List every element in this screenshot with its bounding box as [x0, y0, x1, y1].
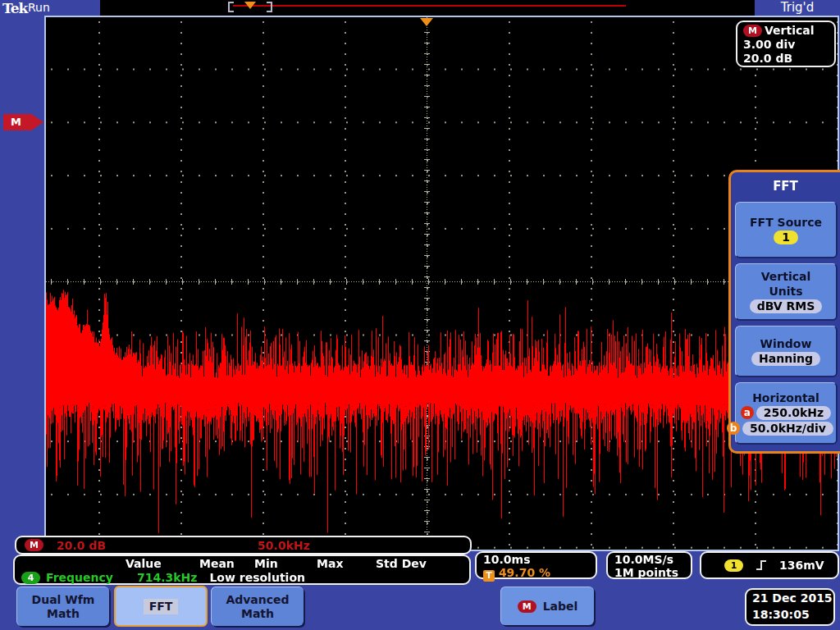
trigger-status: Trig'd	[755, 0, 840, 16]
window-button[interactable]: Window Hanning	[735, 326, 838, 377]
fft-tab-label: FFT	[144, 599, 179, 614]
sample-rate: 10.0MS/s	[614, 553, 691, 566]
waveform-display	[44, 16, 839, 551]
measurement-name: Frequency	[46, 571, 113, 584]
horizontal-readout: 10.0ms T 49.70 %	[475, 551, 597, 579]
record-trigger-marker-icon[interactable]	[244, 2, 256, 9]
fft-source-value: 1	[774, 231, 798, 244]
zoom-window-bracket-right[interactable]	[267, 2, 272, 12]
window-value: Hanning	[751, 352, 820, 366]
trigger-source-badge: 1	[724, 559, 743, 572]
datetime-readout: 21 Dec 2015 18:30:05	[745, 588, 835, 626]
horizontal-scale-readout: 10.0ms	[483, 553, 596, 566]
vertical-readout-scale: 20.0 dB	[743, 52, 834, 66]
header-mean: Mean	[199, 557, 235, 570]
fft-tab-button[interactable]: FFT	[114, 586, 208, 627]
vertical-readout-title: Vertical	[765, 24, 815, 38]
tek-logo: Tek	[2, 0, 27, 16]
trigger-position-icon[interactable]	[420, 18, 433, 26]
math-channel-badge-2: M	[25, 539, 43, 551]
fft-source-label: FFT Source	[750, 216, 822, 229]
fft-side-menu: FFT FFT Source 1 Vertical Units dBV RMS …	[728, 170, 840, 454]
knob-a-icon: a	[741, 406, 754, 419]
vertical-readout-div: 3.00 div	[743, 38, 834, 52]
trigger-position-percent: 49.70 %	[499, 566, 550, 579]
zoom-window-bracket-left[interactable]	[228, 2, 234, 12]
window-label: Window	[760, 337, 812, 350]
label-button[interactable]: M Label	[500, 587, 594, 625]
header-value: Value	[126, 557, 162, 570]
date-text: 21 Dec 2015	[752, 590, 833, 606]
math-scale-readout: M 20.0 dB 50.0kHz	[15, 536, 472, 555]
vertical-units-label-2: Units	[769, 285, 802, 298]
measurement-mean: Low resolution	[209, 571, 305, 584]
advanced-math-line1: Advanced	[226, 593, 289, 607]
header-max: Max	[317, 557, 343, 570]
measurement-number-badge: 4	[21, 572, 40, 584]
dual-wfm-line1: Dual Wfm	[32, 593, 95, 607]
acquisition-readout: 10.0MS/s 1M points	[606, 551, 692, 579]
horizontal-button[interactable]: Horizontal a 250.0kHz b 50.0kHz/div	[735, 382, 838, 445]
math-vertical-scale: 20.0 dB	[57, 539, 106, 552]
measurement-value: 714.3kHz	[137, 571, 197, 584]
knob-b-icon: b	[727, 422, 740, 435]
label-button-text: Label	[543, 600, 578, 614]
header-min: Min	[254, 557, 278, 570]
math-horizontal-scale: 50.0kHz	[258, 539, 310, 552]
horizontal-label: Horizontal	[752, 391, 819, 404]
record-view-strip	[100, 0, 755, 16]
fft-trace	[46, 17, 838, 550]
vertical-units-value: dBV RMS	[750, 299, 823, 313]
vertical-units-label-1: Vertical	[761, 270, 811, 283]
math-reference-marker[interactable]: M	[3, 114, 43, 130]
trigger-readout: 1 136mV	[700, 551, 839, 579]
label-channel-badge: M	[518, 600, 536, 613]
advanced-math-line2: Math	[241, 607, 274, 621]
menu-title: FFT	[731, 179, 840, 194]
math-marker-label: M	[11, 116, 21, 128]
measurement-table: Value Mean Min Max Std Dev 4 Frequency 7…	[13, 555, 471, 585]
math-vertical-readout: M Vertical 3.00 div 20.0 dB	[736, 21, 836, 67]
horizontal-scale-value: 50.0kHz/div	[742, 422, 833, 436]
title-bar: Tek Run Trig'd	[0, 0, 840, 16]
vertical-units-button[interactable]: Vertical Units dBV RMS	[735, 263, 838, 321]
time-text: 18:30:05	[752, 606, 833, 623]
measurement-row: 4 Frequency 714.3kHz Low resolution	[21, 571, 305, 584]
trigger-level: 136mV	[779, 559, 824, 572]
fft-source-button[interactable]: FFT Source 1	[735, 202, 838, 258]
horizontal-center-value: 250.0kHz	[756, 406, 831, 420]
rising-edge-icon	[755, 559, 768, 572]
dual-wfm-math-button[interactable]: Dual Wfm Math	[16, 587, 109, 626]
advanced-math-button[interactable]: Advanced Math	[211, 587, 304, 626]
record-length: 1M points	[614, 566, 691, 579]
math-channel-badge: M	[743, 25, 762, 37]
acquisition-status: Run	[28, 1, 50, 14]
header-stddev: Std Dev	[376, 557, 427, 570]
record-waveform-line	[233, 5, 626, 7]
dual-wfm-line2: Math	[47, 607, 80, 621]
trigger-position-badge-icon: T	[483, 570, 495, 582]
